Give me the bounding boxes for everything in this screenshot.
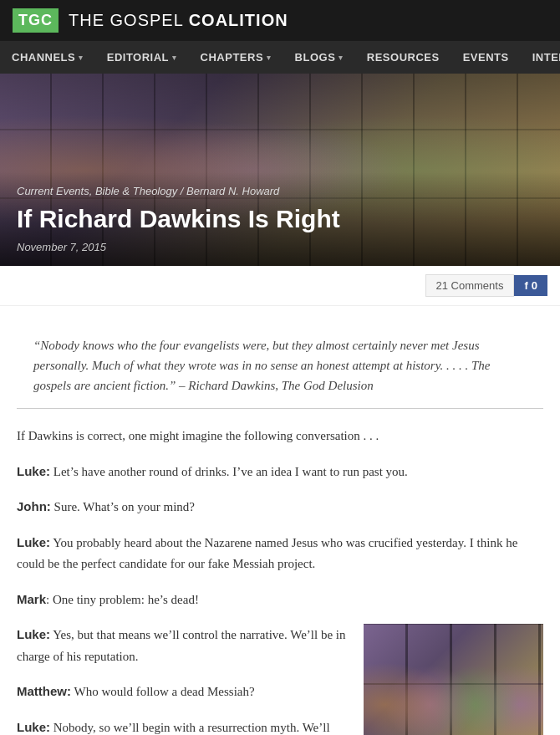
nav-international[interactable]: INTERNATIONAL (521, 41, 560, 74)
chevron-down-icon: ▾ (172, 54, 177, 62)
article-category: Current Events, Bible & Theology / Berna… (17, 185, 543, 197)
dialogue-2: John: Sure. What’s on your mind? (17, 496, 543, 518)
image-column: JAMES JOHN FRANCIS LUKE (364, 624, 543, 735)
site-header: TGC THE GOSPEL COALITION (0, 0, 560, 41)
hero-banner: Current Events, Bible & Theology / Berna… (0, 74, 560, 266)
nav-channels-label: CHANNELS (12, 51, 75, 64)
dialogue-3-text: You probably heard about the Nazarene na… (17, 536, 517, 571)
dialogue-4-text: : One tiny problem: he’s dead! (46, 593, 199, 606)
nav-chapters[interactable]: CHAPTERS ▾ (189, 41, 283, 74)
facebook-icon: f (524, 279, 527, 292)
speaker-matthew-1: Matthew: (17, 684, 71, 698)
hero-overlay: Current Events, Bible & Theology / Berna… (0, 172, 560, 266)
speaker-luke-1: Luke: (17, 464, 50, 478)
dialogue-1-text: Let’s have another round of drinks. I’ve… (53, 465, 408, 478)
chevron-down-icon: ▾ (79, 54, 84, 62)
article-image-section: Luke: Yes, but that means we’ll control … (17, 624, 543, 735)
book-title: The God Delusion (282, 379, 374, 392)
main-nav: CHANNELS ▾ EDITORIAL ▾ CHAPTERS ▾ BLOGS … (0, 41, 560, 74)
content-wrapper: 21 Comments f 0 “Nobody knows who the fo… (0, 266, 560, 735)
speaker-luke-3: Luke: (17, 627, 50, 641)
article-content: If Dawkins is correct, one might imagine… (17, 426, 543, 735)
dialogue-2-text: Sure. What’s on your mind? (54, 500, 195, 513)
intro-paragraph: If Dawkins is correct, one might imagine… (17, 426, 543, 447)
dialogue-3: Luke: You probably heard about the Nazar… (17, 532, 543, 575)
nav-editorial-label: EDITORIAL (107, 51, 169, 64)
quote-text: “Nobody knows who the four evangelists w… (33, 339, 491, 392)
nav-resources[interactable]: RESOURCES (355, 41, 451, 74)
stained-glass-image (364, 624, 543, 735)
dialogue-7-text: Nobody, so we’ll begin with a resurrecti… (17, 721, 340, 736)
site-name-text: THE GOSPEL COALITION (69, 11, 288, 29)
nav-international-label: INTERNATIONAL (532, 51, 560, 64)
nav-blogs-label: BLOGS (295, 51, 336, 64)
nav-channels[interactable]: CHANNELS ▾ (0, 41, 95, 74)
nav-events[interactable]: EVENTS (451, 41, 521, 74)
facebook-share-button[interactable]: f 0 (514, 275, 547, 296)
article-title: If Richard Dawkins Is Right (17, 204, 543, 234)
dialogue-4: Mark: One tiny problem: he’s dead! (17, 589, 543, 611)
nav-events-label: EVENTS (463, 51, 509, 64)
chevron-down-icon: ▾ (339, 54, 344, 62)
fb-count: 0 (532, 279, 537, 292)
nav-editorial[interactable]: EDITORIAL ▾ (95, 41, 189, 74)
speaker-luke-2: Luke: (17, 535, 50, 549)
article-quote: “Nobody knows who the four evangelists w… (17, 323, 543, 409)
comments-count[interactable]: 21 Comments (425, 274, 515, 297)
text-column: Luke: Yes, but that means we’ll control … (17, 624, 364, 735)
speaker-luke-4: Luke: (17, 720, 50, 734)
nav-resources-label: RESOURCES (367, 51, 440, 64)
nav-chapters-label: CHAPTERS (201, 51, 264, 64)
comments-bar: 21 Comments f 0 (0, 266, 560, 306)
nav-blogs[interactable]: BLOGS ▾ (283, 41, 355, 74)
speaker-john-1: John: (17, 499, 51, 513)
dialogue-7: Luke: Nobody, so we’ll begin with a resu… (17, 717, 351, 736)
site-name: THE GOSPEL COALITION (69, 11, 288, 30)
dialogue-5: Luke: Yes, but that means we’ll control … (17, 624, 351, 667)
speaker-mark-1: Mark (17, 592, 46, 606)
dialogue-6: Matthew: Who would follow a dead Messiah… (17, 681, 351, 703)
article-date: November 7, 2015 (17, 241, 543, 253)
dialogue-5-text: Yes, but that means we’ll control the na… (17, 628, 345, 663)
article-body: “Nobody knows who the four evangelists w… (0, 306, 560, 735)
dialogue-6-text: Who would follow a dead Messiah? (74, 685, 254, 698)
tgc-logo[interactable]: TGC (13, 8, 59, 33)
chevron-down-icon: ▾ (267, 54, 272, 62)
dialogue-1: Luke: Let’s have another round of drinks… (17, 461, 543, 483)
